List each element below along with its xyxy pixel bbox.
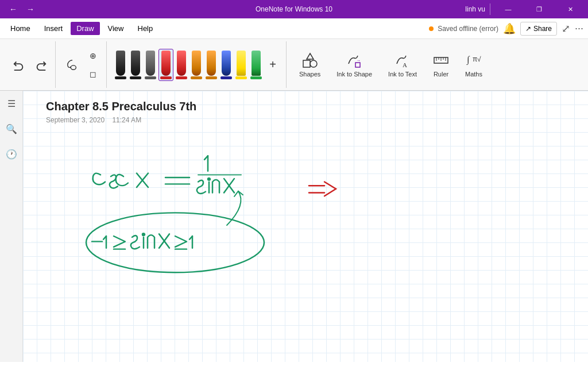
ribbon-shape-tools: Shapes → Ink to Shape A Ink to Text — [289, 41, 493, 88]
ink-to-shape-button[interactable]: → Ink to Shape — [331, 44, 378, 86]
pen-blue[interactable] — [219, 49, 233, 80]
ink-to-shape-label: Ink to Shape — [336, 71, 372, 78]
redo-button[interactable] — [31, 56, 51, 74]
handwriting-canvas[interactable] — [23, 91, 588, 362]
titlebar-right: linh vu — ❐ ✕ — [465, 0, 583, 18]
maths-label: Maths — [465, 71, 482, 78]
svg-text:∫: ∫ — [466, 55, 470, 65]
menu-draw[interactable]: Draw — [71, 22, 99, 35]
menu-insert[interactable]: Insert — [38, 22, 69, 35]
share-label: Share — [533, 25, 552, 33]
svg-marker-3 — [307, 53, 314, 59]
note-content: Chapter 8.5 Precalculus 7th September 3,… — [23, 91, 588, 362]
pen-yellow[interactable] — [234, 49, 248, 80]
menu-help[interactable]: Help — [132, 22, 159, 35]
separator — [490, 3, 490, 15]
pen-green[interactable] — [249, 49, 263, 80]
svg-text:A: A — [403, 61, 407, 68]
add-pen-button[interactable]: + — [264, 56, 281, 74]
nav-forward-button[interactable]: → — [22, 2, 39, 16]
saved-status: Saved offline (error) — [438, 25, 498, 33]
eraser-button[interactable]: ◻ — [84, 65, 102, 83]
ruler-label: Ruler — [434, 71, 448, 78]
svg-point-0 — [71, 65, 76, 69]
sidebar-menu-icon[interactable]: ☰ — [3, 95, 20, 111]
svg-text:→: → — [356, 58, 361, 63]
shapes-button[interactable]: Shapes — [293, 44, 326, 86]
app-title: OneNote for Windows 10 — [256, 5, 332, 13]
ribbon-select-group: ⊕ ◻ — [58, 41, 107, 88]
titlebar-nav: ← → — [5, 2, 39, 16]
svg-point-24 — [142, 233, 145, 236]
pen-orange[interactable] — [189, 49, 203, 80]
pen-black1[interactable] — [114, 49, 127, 80]
pen-gray[interactable] — [144, 49, 157, 80]
share-button[interactable]: ↗ Share — [520, 22, 557, 36]
svg-text:√: √ — [477, 55, 481, 63]
svg-point-2 — [310, 60, 317, 67]
notifications-icon[interactable]: 🔔 — [503, 22, 516, 35]
canvas-area[interactable]: Chapter 8.5 Precalculus 7th September 3,… — [23, 91, 588, 362]
ruler-button[interactable]: Ruler — [427, 44, 455, 86]
add-space-button[interactable]: ⊕ — [84, 47, 102, 64]
menubar: Home Insert Draw View Help Saved offline… — [0, 18, 588, 39]
menu-home[interactable]: Home — [5, 22, 36, 35]
expand-icon[interactable]: ⤢ — [562, 22, 570, 35]
svg-point-18 — [208, 178, 210, 180]
sidebar-search-icon[interactable]: 🔍 — [3, 121, 20, 137]
ribbon-undo-group — [5, 41, 56, 88]
nav-back-button[interactable]: ← — [5, 2, 22, 16]
svg-rect-1 — [303, 60, 310, 67]
eraser-group: ⊕ ◻ — [84, 47, 102, 83]
restore-button[interactable]: ❐ — [526, 0, 552, 18]
lasso-button[interactable] — [63, 56, 82, 74]
ribbon-pens-group: + — [109, 41, 287, 88]
titlebar: ← → OneNote for Windows 10 linh vu — ❐ ✕ — [0, 0, 588, 18]
more-options-icon[interactable]: ··· — [575, 22, 583, 34]
undo-button[interactable] — [9, 56, 29, 74]
shapes-label: Shapes — [299, 71, 320, 78]
ink-to-text-button[interactable]: A Ink to Text — [382, 44, 423, 86]
pen-red[interactable] — [158, 49, 173, 81]
pen-black2[interactable] — [129, 49, 142, 80]
pen-red2[interactable] — [175, 49, 188, 80]
ribbon: ⊕ ◻ — [0, 39, 588, 91]
svg-point-21 — [86, 213, 264, 272]
maths-button[interactable]: ∫ π √ Maths — [459, 44, 488, 86]
close-button[interactable]: ✕ — [557, 0, 583, 18]
sidebar: ☰ 🔍 🕐 — [0, 91, 23, 362]
user-name: linh vu — [465, 5, 485, 13]
ink-to-text-label: Ink to Text — [388, 71, 417, 78]
pen-orange2[interactable] — [204, 49, 218, 80]
menu-view[interactable]: View — [102, 22, 130, 35]
share-icon: ↗ — [525, 25, 531, 33]
sidebar-history-icon[interactable]: 🕐 — [3, 146, 20, 162]
minimize-button[interactable]: — — [495, 0, 521, 18]
status-dot — [429, 26, 434, 31]
